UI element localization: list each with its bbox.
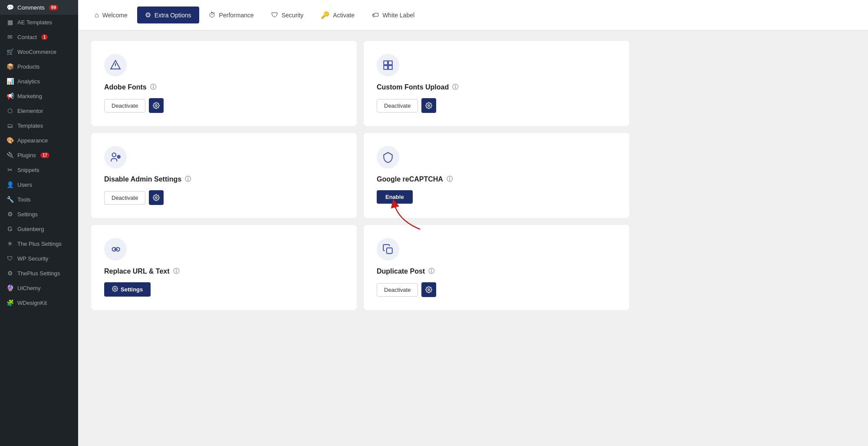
theplus-settings-icon: ⚙ [6, 270, 14, 277]
sidebar-item-the-plus-settings[interactable]: ✳The Plus Settings [0, 236, 78, 251]
tab-extra-options[interactable]: ⚙Extra Options [137, 7, 199, 23]
info-icon-google-recaptcha[interactable]: ⓘ [447, 175, 453, 183]
card-title-custom-fonts-upload: Custom Fonts Upload [377, 83, 449, 91]
sidebar-label-templates: Templates [17, 122, 43, 129]
tab-icon-performance: ⏱ [209, 11, 216, 19]
sidebar-label-ae-templates: AE Templates [17, 19, 52, 26]
ae-templates-icon: ▦ [6, 19, 14, 26]
info-icon-custom-fonts-upload[interactable]: ⓘ [452, 83, 458, 91]
sidebar-label-plugins: Plugins [17, 152, 36, 159]
gear-icon-replace-url-text [112, 286, 118, 293]
deactivate-button-adobe-fonts[interactable]: Deactivate [104, 99, 145, 112]
deactivate-button-custom-fonts-upload[interactable]: Deactivate [377, 99, 418, 112]
sidebar-item-gutenberg[interactable]: GGutenberg [0, 221, 78, 236]
sidebar-label-elementor: Elementor [17, 108, 43, 114]
sidebar-item-woocommerce[interactable]: 🛒WooCommerce [0, 44, 78, 59]
sidebar-item-wdesignkit[interactable]: 🧩WDesignKit [0, 295, 78, 310]
sidebar-item-tools[interactable]: 🔧Tools [0, 192, 78, 207]
tab-label-white-label: White Label [382, 12, 414, 19]
sidebar-label-snippets: Snippets [17, 167, 39, 173]
templates-icon: 🗂 [6, 122, 14, 129]
tab-welcome[interactable]: ⌂Welcome [87, 7, 135, 23]
badge-plugins: 17 [40, 152, 49, 158]
settings-text-button-replace-url-text[interactable]: Settings [104, 282, 151, 297]
card-icon-replace-url-text [104, 238, 127, 261]
sidebar-item-templates[interactable]: 🗂Templates [0, 118, 78, 133]
tab-white-label[interactable]: 🏷White Label [364, 7, 422, 23]
card-title-row-duplicate-post: Duplicate Postⓘ [377, 268, 616, 275]
sidebar-label-comments: Comments [17, 4, 45, 11]
card-icon-custom-fonts-upload [377, 54, 399, 76]
sidebar-item-theplus-settings[interactable]: ⚙ThePlus Settings [0, 266, 78, 281]
tab-activate[interactable]: 🔑Activate [313, 7, 362, 23]
sidebar-item-users[interactable]: 👤Users [0, 177, 78, 192]
sidebar-label-theplus-settings: ThePlus Settings [17, 270, 60, 277]
sidebar-label-gutenberg: Gutenberg [17, 226, 44, 232]
sidebar-label-wp-security: WP Security [17, 255, 48, 262]
sidebar-label-marketing: Marketing [17, 93, 42, 99]
svg-point-7 [428, 105, 430, 106]
badge-contact: 1 [41, 34, 48, 40]
sidebar-item-uichemy[interactable]: 🔮UiChemy [0, 281, 78, 295]
analytics-icon: 📊 [6, 78, 14, 85]
svg-point-2 [155, 105, 157, 106]
uichemy-icon: 🔮 [6, 284, 14, 291]
settings-button-disable-admin-settings[interactable] [149, 190, 164, 205]
sidebar-item-ae-templates[interactable]: ▦AE Templates [0, 15, 78, 30]
info-icon-duplicate-post[interactable]: ⓘ [428, 268, 434, 275]
card-duplicate-post: Duplicate PostⓘDeactivate [364, 225, 629, 310]
tab-security[interactable]: 🛡Security [263, 7, 312, 23]
svg-point-8 [112, 153, 116, 157]
sidebar-item-elementor[interactable]: ⬡Elementor [0, 103, 78, 118]
tab-label-activate: Activate [333, 12, 355, 19]
info-icon-replace-url-text[interactable]: ⓘ [173, 268, 179, 275]
sidebar-item-plugins[interactable]: 🔌Plugins17 [0, 148, 78, 162]
card-google-recaptcha: Google reCAPTCHAⓘEnable [364, 133, 629, 218]
sidebar-label-woocommerce: WooCommerce [17, 49, 56, 55]
svg-point-15 [114, 288, 116, 290]
card-actions-google-recaptcha: Enable [377, 190, 616, 204]
svg-rect-6 [388, 66, 392, 69]
sidebar-item-products[interactable]: 📦Products [0, 59, 78, 74]
deactivate-button-duplicate-post[interactable]: Deactivate [377, 283, 418, 297]
card-actions-replace-url-text: Settings [104, 282, 344, 297]
main-content: ⌂Welcome⚙Extra Options⏱Performance🛡Secur… [78, 0, 868, 446]
card-title-disable-admin-settings: Disable Admin Settings [104, 175, 181, 183]
snippets-icon: ✂ [6, 166, 14, 173]
sidebar-item-marketing[interactable]: 📢Marketing [0, 89, 78, 103]
info-icon-disable-admin-settings[interactable]: ⓘ [185, 175, 191, 183]
card-actions-custom-fonts-upload: Deactivate [377, 98, 616, 113]
card-title-row-disable-admin-settings: Disable Admin Settingsⓘ [104, 175, 344, 183]
tab-icon-security: 🛡 [271, 11, 278, 19]
enable-button-google-recaptcha[interactable]: Enable [377, 190, 413, 204]
sidebar-label-products: Products [17, 63, 39, 70]
tab-icon-extra-options: ⚙ [145, 11, 151, 19]
tab-label-security: Security [282, 12, 304, 19]
deactivate-button-disable-admin-settings[interactable]: Deactivate [104, 191, 145, 205]
info-icon-adobe-fonts[interactable]: ⓘ [150, 83, 156, 91]
settings-button-adobe-fonts[interactable] [149, 98, 164, 113]
settings-button-custom-fonts-upload[interactable] [421, 98, 436, 113]
elementor-icon: ⬡ [6, 107, 14, 114]
products-icon: 📦 [6, 63, 14, 70]
sidebar-item-wp-security[interactable]: 🛡WP Security [0, 251, 78, 266]
marketing-icon: 📢 [6, 93, 14, 99]
card-actions-adobe-fonts: Deactivate [104, 98, 344, 113]
sidebar-item-settings[interactable]: ⚙Settings [0, 207, 78, 221]
settings-button-duplicate-post[interactable] [421, 282, 436, 297]
sidebar-item-snippets[interactable]: ✂Snippets [0, 162, 78, 177]
sidebar-item-comments[interactable]: 💬Comments99 [0, 0, 78, 15]
sidebar-label-wdesignkit: WDesignKit [17, 300, 47, 306]
tab-performance[interactable]: ⏱Performance [201, 7, 262, 23]
cards-grid: Adobe FontsⓘDeactivateCustom Fonts Uploa… [78, 30, 642, 320]
tab-label-welcome: Welcome [102, 12, 128, 19]
card-custom-fonts-upload: Custom Fonts UploadⓘDeactivate [364, 41, 629, 126]
card-adobe-fonts: Adobe FontsⓘDeactivate [91, 41, 357, 126]
sidebar-item-contact[interactable]: ✉Contact1 [0, 30, 78, 44]
sidebar-label-uichemy: UiChemy [17, 285, 40, 291]
sidebar-label-the-plus-settings: The Plus Settings [17, 241, 62, 247]
tab-bar: ⌂Welcome⚙Extra Options⏱Performance🛡Secur… [78, 0, 868, 30]
sidebar-item-analytics[interactable]: 📊Analytics [0, 74, 78, 89]
card-title-replace-url-text: Replace URL & Text [104, 268, 170, 275]
sidebar-item-appearance[interactable]: 🎨Appearance [0, 133, 78, 148]
